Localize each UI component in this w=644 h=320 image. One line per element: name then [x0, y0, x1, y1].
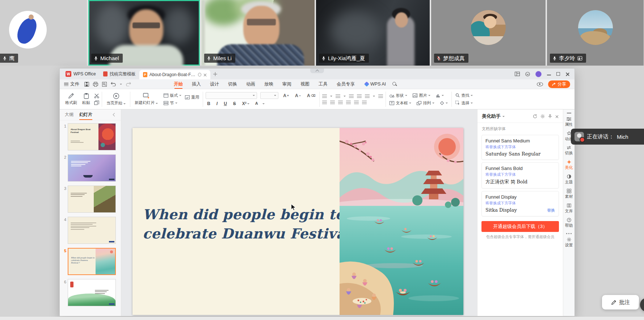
italic-button[interactable]: I: [215, 101, 219, 106]
rail-item-transition[interactable]: 切换: [563, 146, 574, 156]
floating-toolbar-button[interactable]: [640, 298, 644, 312]
rail-item-theme[interactable]: 主题: [563, 174, 574, 185]
undo-icon[interactable]: [111, 82, 116, 86]
close-tab-icon[interactable]: [203, 73, 207, 76]
rail-item-library[interactable]: 文库: [563, 203, 574, 214]
share-button[interactable]: 分享: [548, 80, 570, 88]
slide-title-text[interactable]: When did people begin to celebrate Duanw…: [143, 205, 364, 243]
new-slide-button[interactable]: 新建幻灯片: [133, 92, 160, 106]
superscript-button[interactable]: X²: [241, 101, 251, 106]
download-fonts-button[interactable]: 开通超级会员后下载（3）: [481, 221, 559, 232]
beautify-title-caret[interactable]: [502, 116, 505, 117]
section-button[interactable]: 节: [163, 100, 182, 106]
current-slide[interactable]: When did people begin to celebrate Duanw…: [132, 128, 463, 315]
decrease-font-button[interactable]: A−: [294, 93, 302, 98]
select-button[interactable]: 选择: [454, 100, 474, 106]
video-tile-1[interactable]: 鹰: [0, 0, 87, 66]
rail-item-help[interactable]: 帮助: [563, 218, 574, 228]
collapse-rail-icon[interactable]: [567, 113, 571, 113]
font-name-combobox[interactable]: [206, 92, 257, 99]
paste-button[interactable]: 粘贴: [80, 92, 92, 106]
find-button[interactable]: 查找: [454, 93, 474, 98]
video-tile-michael[interactable]: Michael: [88, 0, 200, 66]
slide-thumbnail-1[interactable]: About Dragon Boat Festival: [68, 123, 116, 150]
menu-transition[interactable]: 切换: [228, 79, 237, 89]
print-preview-icon[interactable]: [102, 82, 107, 87]
video-tile-miles[interactable]: Miles Li: [201, 0, 315, 66]
redo-icon[interactable]: [126, 82, 131, 86]
menu-home[interactable]: 开始: [174, 79, 183, 89]
wps-ai-button[interactable]: WPS AI: [365, 82, 386, 87]
slide-thumbnail-4[interactable]: [68, 217, 116, 244]
rail-item-settings[interactable]: 设置: [563, 237, 574, 248]
undo-dropdown-caret[interactable]: [120, 84, 122, 85]
bold-button[interactable]: B: [206, 101, 212, 106]
layout-switch-icon[interactable]: [515, 72, 520, 76]
collapse-titlebar-handle[interactable]: [310, 68, 324, 73]
columns-icon[interactable]: [362, 100, 367, 104]
video-tile-mengxiang[interactable]: 梦想成真: [431, 0, 546, 66]
wps-home-tab[interactable]: W WPS Office: [62, 71, 100, 77]
user-avatar[interactable]: [535, 71, 542, 77]
maximize-icon[interactable]: [556, 72, 560, 76]
annotate-button[interactable]: 批注: [602, 295, 639, 309]
copy-icon[interactable]: [94, 100, 99, 105]
search-icon[interactable]: [392, 82, 397, 87]
play-from-current-button[interactable]: 当页开始: [105, 92, 127, 107]
font-card-3[interactable]: Funnel Display 将替换成下方字体 Sitka Display 替换: [481, 191, 559, 216]
eye-protect-icon[interactable]: [537, 82, 543, 86]
font-color-caret[interactable]: [262, 103, 265, 104]
underline-button[interactable]: U: [222, 101, 228, 106]
cut-icon[interactable]: [94, 93, 99, 98]
print-icon[interactable]: [93, 82, 98, 87]
new-tab-button[interactable]: [213, 72, 217, 76]
arrange-button[interactable]: 排列: [416, 100, 435, 106]
slide-thumbnail-3[interactable]: [68, 186, 116, 213]
replace-link[interactable]: 替换: [547, 208, 555, 213]
file-menu[interactable]: 文件: [64, 81, 79, 87]
font-color-button[interactable]: A: [254, 102, 259, 106]
distribute-icon[interactable]: [354, 100, 359, 104]
rail-item-beautify[interactable]: 美化: [563, 160, 574, 170]
fill-color-button[interactable]: [439, 101, 449, 105]
menu-review[interactable]: 审阅: [282, 79, 291, 89]
menu-insert[interactable]: 插入: [192, 79, 201, 89]
line-spacing-icon[interactable]: [365, 94, 370, 98]
slide-thumbnail-2[interactable]: [68, 154, 116, 182]
menu-design[interactable]: 设计: [210, 79, 219, 89]
pin-icon[interactable]: [548, 114, 552, 119]
reuse-button[interactable]: 重用: [184, 95, 200, 100]
doc-tab-template[interactable]: 找稿完整模板: [100, 69, 139, 79]
slide-thumbnail-5-selected[interactable]: When did people begin to celebrate Duanw…: [68, 248, 116, 275]
tab-outline[interactable]: 大纲: [65, 109, 73, 120]
menu-membership[interactable]: 会员专享: [337, 79, 355, 89]
font-card-1[interactable]: Funnel Sans Medium 将替换成下方字体 Saturday San…: [481, 135, 559, 160]
align-right-icon[interactable]: [338, 100, 343, 104]
menu-animation[interactable]: 动画: [246, 79, 255, 89]
justify-icon[interactable]: [346, 100, 351, 104]
theme-skin-icon[interactable]: [525, 72, 530, 76]
minimize-icon[interactable]: [547, 75, 551, 75]
clear-format-button[interactable]: A⌫: [306, 93, 317, 98]
refresh-icon[interactable]: [533, 114, 537, 119]
rail-item-properties[interactable]: 属性: [563, 117, 574, 127]
gear-icon[interactable]: [540, 114, 545, 119]
video-tile-lily[interactable]: Lily-Xia鸿雁_夏: [316, 0, 430, 66]
doc-tab-active[interactable]: P About-Dragon-Boat-Festiv...: [139, 70, 210, 79]
shapes-button[interactable]: 形状: [388, 93, 408, 98]
slide-thumbnail-6[interactable]: [68, 279, 116, 306]
close-window-icon[interactable]: [565, 72, 569, 76]
strikethrough-button[interactable]: S: [232, 101, 237, 106]
textbox-button[interactable]: 文本框: [388, 100, 412, 106]
tab-slides[interactable]: 幻灯片: [79, 109, 92, 120]
menu-slideshow[interactable]: 放映: [264, 79, 273, 89]
decrease-indent-icon[interactable]: [349, 94, 354, 98]
bullet-list-icon[interactable]: [322, 94, 327, 98]
font-size-combobox[interactable]: [260, 92, 278, 99]
picture-button[interactable]: 图片: [412, 93, 432, 98]
collapse-panel-icon[interactable]: [113, 113, 117, 117]
text-direction-icon[interactable]: [378, 94, 383, 98]
format-painter-button[interactable]: 格式刷: [63, 92, 79, 106]
menu-tools[interactable]: 工具: [319, 79, 328, 89]
align-center-icon[interactable]: [330, 100, 335, 104]
